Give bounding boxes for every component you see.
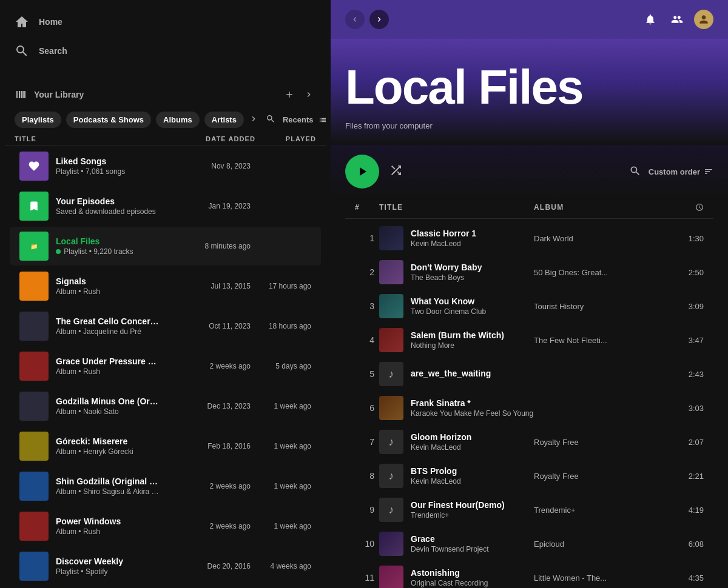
play-button[interactable] (345, 155, 379, 189)
back-button[interactable] (345, 10, 365, 29)
pill-more-button[interactable] (249, 112, 258, 128)
track-info: ♪ BTS Prolog Kevin MacLeod (379, 464, 534, 488)
library-item-signals[interactable]: Signals Album • Rush Jul 13, 2015 17 hou… (10, 267, 321, 306)
track-search-button[interactable] (629, 165, 641, 179)
track-details: Salem (Burn the Witch) Nothing More (411, 330, 504, 350)
great-cello-date: Oct 11, 2023 (160, 322, 251, 330)
track-name: Classic Horror 1 (411, 229, 476, 238)
library-item-power-windows[interactable]: Power Windows Album • Rush 2 weeks ago 1… (10, 507, 321, 546)
play-icon (355, 164, 369, 179)
pill-playlists[interactable]: Playlists (15, 112, 61, 128)
track-number: 10 (355, 539, 379, 549)
recents-button[interactable]: Recents (283, 115, 314, 124)
library-item-godzilla[interactable]: Godzilla Minus One (Original... Album • … (10, 387, 321, 426)
top-bar (331, 0, 728, 39)
library-item-great-cello[interactable]: The Great Cello Concertos: ... Album • J… (10, 307, 321, 346)
shuffle-button[interactable] (389, 163, 403, 181)
hero-section: Local Files Files from your computer (331, 39, 728, 145)
track-row[interactable]: 7 ♪ Gloom Horizon Kevin MacLeod Royalty … (345, 425, 713, 459)
chevron-right-icon (249, 114, 258, 124)
track-thumb (379, 226, 403, 250)
track-thumb: ♪ (379, 464, 403, 488)
track-name: What You Know (411, 296, 486, 306)
track-duration: 2:21 (655, 472, 704, 481)
track-row[interactable]: 10 Grace Devin Townsend Project Epicloud… (345, 527, 713, 561)
signals-played: 17 hours ago (251, 282, 311, 290)
track-artist[interactable]: Kevin MacLeod (411, 477, 461, 486)
library-item-shin-godzilla[interactable]: Shin Godzilla (Original Motio... Album •… (10, 467, 321, 506)
track-artist[interactable]: Nothing More (411, 341, 504, 350)
local-files-thumb: 📁 (19, 232, 49, 261)
pill-artists[interactable]: Artists (204, 112, 244, 128)
user-avatar[interactable] (694, 10, 713, 29)
track-row[interactable]: 6 Frank Sinatra * Karaoke You Make Me Fe… (345, 391, 713, 425)
track-row[interactable]: 2 Don't Worry Baby The Beach Boys 50 Big… (345, 255, 713, 289)
godzilla-name: Godzilla Minus One (Original... (56, 396, 160, 406)
friends-button[interactable] (667, 10, 687, 29)
track-details: Astonishing Original Cast Recording (411, 568, 488, 587)
track-name: Gloom Horizon (411, 432, 471, 442)
great-cello-sub: Album • Jacqueline du Pré (56, 327, 160, 336)
pill-albums[interactable]: Albums (156, 112, 200, 128)
track-row[interactable]: 1 Classic Horror 1 Kevin MacLeod Dark Wo… (345, 221, 713, 255)
track-row[interactable]: 8 ♪ BTS Prolog Kevin MacLeod Royalty Fre… (345, 459, 713, 493)
track-artist[interactable]: Trendemic+ (411, 511, 505, 520)
power-windows-date: 2 weeks ago (160, 522, 251, 530)
grace-pressure-date: 2 weeks ago (160, 362, 251, 370)
add-library-button[interactable] (282, 87, 297, 102)
discover-weekly-thumb (19, 552, 49, 581)
library-search-button[interactable] (263, 112, 278, 128)
track-details: Frank Sinatra * Karaoke You Make Me Feel… (411, 398, 533, 418)
track-duration: 3:03 (655, 404, 704, 413)
discover-weekly-info: Discover Weekly Playlist • Spotify (56, 556, 160, 576)
godzilla-sub: Album • Naoki Sato (56, 407, 160, 416)
track-row[interactable]: 5 ♪ are_we_the_waiting 2:43 (345, 357, 713, 391)
pill-podcasts[interactable]: Podcasts & Shows (66, 112, 151, 128)
nav-home[interactable]: Home (5, 7, 326, 36)
library-item-discover-weekly[interactable]: Discover Weekly Playlist • Spotify Dec 2… (10, 547, 321, 583)
track-number: 8 (355, 471, 379, 481)
nav-search[interactable]: Search (5, 36, 326, 65)
library-item-gorecki[interactable]: Górecki: Miserere Album • Henryk Górecki… (10, 427, 321, 466)
track-details: Classic Horror 1 Kevin MacLeod (411, 229, 476, 248)
track-duration: 2:50 (655, 268, 704, 277)
library-item-local-files[interactable]: 📁 Local Files Playlist • 9,220 tracks 8 … (10, 227, 321, 266)
track-artist[interactable]: Kevin MacLeod (411, 443, 471, 452)
your-episodes-thumb (19, 192, 49, 221)
track-album: 50 Big Ones: Great... (534, 268, 655, 277)
library-item-grace-pressure[interactable]: Grace Under Pressure Tour Li... Album • … (10, 347, 321, 386)
track-artist[interactable]: The Beach Boys (411, 273, 482, 282)
sort-icon (704, 167, 713, 176)
expand-library-button[interactable] (302, 87, 316, 102)
track-row[interactable]: 9 ♪ Our Finest Hour(Demo) Trendemic+ Tre… (345, 493, 713, 527)
your-episodes-name: Your Episodes (56, 196, 160, 206)
track-duration: 4:35 (655, 573, 704, 583)
grace-pressure-sub: Album • Rush (56, 367, 160, 376)
controls-bar: Custom order (331, 145, 728, 198)
track-duration: 6:08 (655, 540, 704, 549)
discover-weekly-played: 4 weeks ago (251, 562, 311, 570)
notifications-button[interactable] (641, 10, 660, 29)
nav-section: Home Search (0, 0, 331, 73)
track-artist[interactable]: Devin Townsend Project (411, 545, 489, 553)
search-small-icon (266, 114, 275, 124)
library-item-liked-songs[interactable]: Liked Songs Playlist • 7,061 songs Nov 8… (10, 147, 321, 185)
track-artist[interactable]: Two Door Cinema Club (411, 307, 486, 316)
power-windows-info: Power Windows Album • Rush (56, 516, 160, 536)
library-item-your-episodes[interactable]: Your Episodes Saved & downloaded episode… (10, 187, 321, 226)
track-row[interactable]: 11 Astonishing Original Cast Recording L… (345, 561, 713, 588)
forward-button[interactable] (369, 10, 389, 29)
track-row[interactable]: 4 Salem (Burn the Witch) Nothing More Th… (345, 323, 713, 357)
controls-left (345, 155, 403, 189)
track-info: Classic Horror 1 Kevin MacLeod (379, 226, 534, 250)
search-tracks-icon (629, 165, 641, 177)
custom-order-button[interactable]: Custom order (649, 167, 713, 176)
track-col-num: # (355, 203, 379, 213)
track-column-headers: # Title Album (345, 198, 713, 219)
track-artist[interactable]: Karaoke You Make Me Feel So Young (411, 409, 533, 418)
track-duration: 3:47 (655, 336, 704, 345)
track-artist[interactable]: Original Cast Recording (411, 579, 488, 587)
track-row[interactable]: 3 What You Know Two Door Cinema Club Tou… (345, 289, 713, 323)
track-artist[interactable]: Kevin MacLeod (411, 239, 476, 248)
library-title-btn[interactable]: Your Library (15, 87, 84, 102)
